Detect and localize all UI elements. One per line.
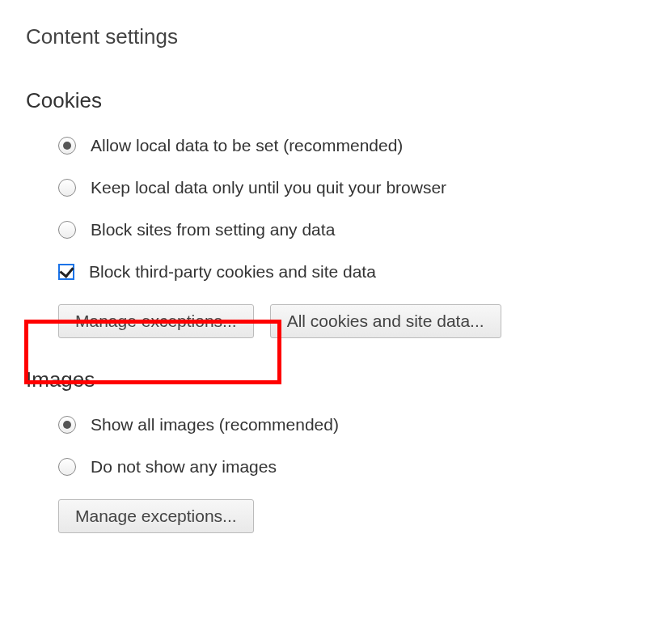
option-label: Show all images (recommended): [91, 415, 339, 434]
cookies-option-allow[interactable]: Allow local data to be set (recommended): [58, 136, 646, 155]
cookies-option-block-third-party[interactable]: Block third-party cookies and site data: [58, 262, 646, 282]
cookies-option-keep-until-quit[interactable]: Keep local data only until you quit your…: [58, 178, 646, 197]
radio-icon[interactable]: [58, 137, 76, 155]
radio-icon[interactable]: [58, 179, 76, 197]
radio-icon[interactable]: [58, 416, 76, 434]
all-cookies-button[interactable]: All cookies and site data...: [270, 304, 501, 338]
cookies-section: Cookies Allow local data to be set (reco…: [26, 88, 646, 338]
manage-exceptions-button[interactable]: Manage exceptions...: [58, 499, 254, 533]
images-section: Images Show all images (recommended) Do …: [26, 367, 646, 533]
option-label: Keep local data only until you quit your…: [91, 178, 446, 197]
option-label: Allow local data to be set (recommended): [91, 136, 403, 155]
checkbox-icon[interactable]: [58, 264, 74, 280]
content-settings-panel: Content settings Cookies Allow local dat…: [0, 0, 672, 587]
images-button-row: Manage exceptions...: [26, 499, 646, 533]
manage-exceptions-button[interactable]: Manage exceptions...: [58, 304, 254, 338]
images-option-do-not-show[interactable]: Do not show any images: [58, 457, 646, 477]
cookies-button-row: Manage exceptions... All cookies and sit…: [26, 304, 646, 338]
images-heading: Images: [26, 367, 646, 392]
cookies-option-block-all[interactable]: Block sites from setting any data: [58, 220, 646, 239]
images-option-show-all[interactable]: Show all images (recommended): [58, 415, 646, 434]
option-label: Block third-party cookies and site data: [89, 262, 376, 282]
radio-icon[interactable]: [58, 221, 76, 239]
page-title: Content settings: [26, 24, 646, 49]
images-options: Show all images (recommended) Do not sho…: [26, 415, 646, 477]
radio-icon[interactable]: [58, 458, 76, 476]
cookies-heading: Cookies: [26, 88, 646, 113]
cookies-options: Allow local data to be set (recommended)…: [26, 136, 646, 282]
option-label: Block sites from setting any data: [91, 220, 335, 239]
option-label: Do not show any images: [91, 457, 277, 477]
